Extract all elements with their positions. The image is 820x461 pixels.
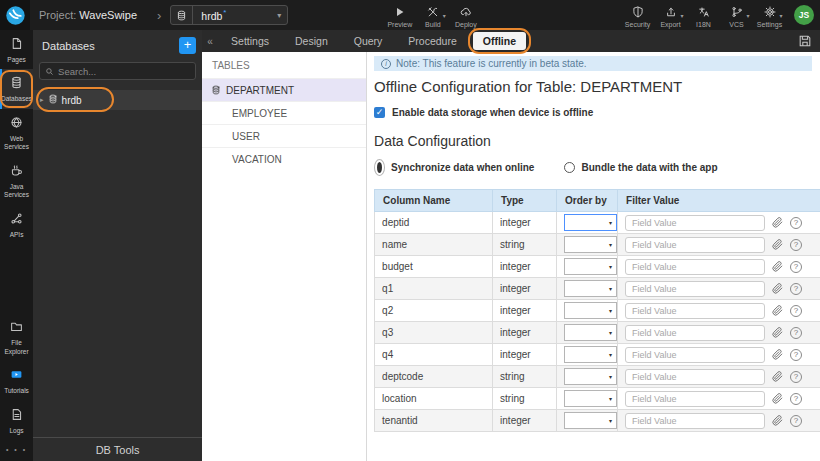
radio-icon	[564, 162, 575, 173]
export-button[interactable]: ▾ Export	[654, 3, 687, 28]
help-icon[interactable]: ?	[790, 261, 802, 273]
bind-field-icon[interactable]	[772, 283, 783, 294]
radio-synchronize-data-when-online[interactable]: Synchronize data when online	[374, 159, 534, 176]
chevron-down-icon: ▾	[443, 12, 446, 19]
add-database-button[interactable]: +	[179, 37, 196, 54]
filter-value-cell: ?	[618, 344, 820, 366]
bind-field-icon[interactable]	[772, 261, 783, 272]
database-selector-dropdown[interactable]: hrdb* ▾	[170, 5, 288, 25]
order-by-select[interactable]: ▾	[564, 302, 617, 319]
page-title: Offline Configuration for Table: DEPARTM…	[374, 78, 812, 95]
bind-field-icon[interactable]	[772, 327, 783, 338]
sidebar-spacer	[0, 244, 33, 313]
filter-value-input[interactable]	[625, 281, 765, 297]
deploy-button[interactable]: Deploy	[449, 3, 482, 28]
column-name-cell: deptid	[375, 212, 493, 234]
sidebar-item-file-explorer[interactable]: File Explorer	[0, 313, 33, 361]
help-icon[interactable]: ?	[790, 239, 802, 251]
sidebar-item-apis[interactable]: APIs	[0, 205, 33, 244]
filter-value-input[interactable]	[625, 325, 765, 341]
enable-offline-storage-checkbox[interactable]: ✓	[374, 107, 385, 118]
help-icon[interactable]: ?	[790, 371, 802, 383]
table-list-item-user[interactable]: USER	[202, 124, 366, 147]
collapse-panel-icon[interactable]: «	[202, 36, 218, 47]
order-by-select[interactable]: ▾	[564, 412, 617, 429]
help-icon[interactable]: ?	[790, 327, 802, 339]
config-header-order-by: Order by	[557, 190, 618, 212]
bind-field-icon[interactable]	[772, 371, 783, 382]
sidebar-item-java-services[interactable]: Java Services	[0, 157, 33, 205]
order-by-select[interactable]: ▾	[564, 214, 617, 231]
filter-value-input[interactable]	[625, 259, 765, 275]
order-by-select[interactable]: ▾	[564, 390, 617, 407]
data-configuration-title: Data Configuration	[374, 133, 812, 149]
filter-value-input[interactable]	[625, 303, 765, 319]
bind-field-icon[interactable]	[772, 305, 783, 316]
sidebar-more-button[interactable]: • • •	[0, 440, 33, 461]
database-tree-item-hrdb[interactable]: ▸ hrdb	[33, 90, 202, 110]
sidebar-item-pages[interactable]: Pages	[0, 30, 33, 69]
sidebar-item-logs[interactable]: Logs	[0, 401, 33, 440]
order-by-select[interactable]: ▾	[564, 236, 617, 253]
order-by-select[interactable]: ▾	[564, 368, 617, 385]
order-by-select[interactable]: ▾	[564, 280, 617, 297]
sidebar: Pages Databases Web Services Java Servic…	[0, 30, 33, 461]
table-list-item-department[interactable]: DEPARTMENT	[202, 78, 366, 101]
bind-field-icon[interactable]	[772, 415, 783, 426]
help-icon[interactable]: ?	[790, 217, 802, 229]
help-icon[interactable]: ?	[790, 283, 802, 295]
tab-design[interactable]: Design	[285, 32, 338, 50]
tab-procedure[interactable]: Procedure	[398, 32, 466, 50]
save-button[interactable]	[798, 34, 812, 48]
sidebar-item-label: Databases	[1, 95, 32, 103]
config-header-column-name: Column Name	[375, 190, 493, 212]
help-icon[interactable]: ?	[790, 393, 802, 405]
export-icon: ▾	[665, 6, 677, 19]
chevron-down-icon: ▾	[609, 373, 612, 380]
vcs-button[interactable]: ▾ VCS	[720, 3, 753, 28]
filter-value-input[interactable]	[625, 237, 765, 253]
i18n-button[interactable]: I18N	[687, 3, 720, 28]
filter-value-input[interactable]	[625, 369, 765, 385]
tab-bar: « Settings Design Query Procedure Offlin…	[202, 30, 820, 52]
tab-settings[interactable]: Settings	[221, 32, 279, 50]
help-icon[interactable]: ?	[790, 415, 802, 427]
filter-value-input[interactable]	[625, 391, 765, 407]
config-table-row: q4 integer ▾ ?	[375, 344, 820, 366]
config-table-row: tenantid integer ▾ ?	[375, 410, 820, 432]
database-search-input[interactable]	[58, 66, 190, 77]
order-by-select[interactable]: ▾	[564, 346, 617, 363]
column-name-cell: q2	[375, 300, 493, 322]
filter-value-input[interactable]	[625, 215, 765, 231]
user-avatar[interactable]: JS	[794, 5, 814, 25]
order-by-select[interactable]: ▾	[564, 324, 617, 341]
tab-query[interactable]: Query	[344, 32, 393, 50]
sidebar-item-databases[interactable]: Databases	[0, 69, 33, 108]
table-list-item-vacation[interactable]: VACATION	[202, 147, 366, 170]
help-icon[interactable]: ?	[790, 349, 802, 361]
order-by-select[interactable]: ▾	[564, 258, 617, 275]
filter-value-input[interactable]	[625, 347, 765, 363]
bind-field-icon[interactable]	[772, 393, 783, 404]
order-by-cell: ▾	[557, 234, 618, 256]
table-list-item-employee[interactable]: EMPLOYEE	[202, 101, 366, 124]
preview-button[interactable]: Preview	[383, 3, 416, 28]
security-button[interactable]: Security	[621, 3, 654, 28]
sidebar-item-tutorials[interactable]: Tutorials	[0, 361, 33, 400]
filter-value-cell: ?	[618, 278, 820, 300]
bind-field-icon[interactable]	[772, 217, 783, 228]
sidebar-item-web-services[interactable]: Web Services	[0, 109, 33, 157]
branch-icon: ▾	[731, 6, 743, 19]
radio-bundle-the-data-with-the-app[interactable]: Bundle the data with the app	[564, 159, 717, 176]
settings-button[interactable]: ▾ Settings	[753, 3, 786, 28]
content-column: « Settings Design Query Procedure Offlin…	[202, 30, 820, 461]
filter-value-cell: ?	[618, 322, 820, 344]
bind-field-icon[interactable]	[772, 349, 783, 360]
filter-value-input[interactable]	[625, 413, 765, 429]
db-tools-button[interactable]: DB Tools	[33, 437, 202, 461]
wavemaker-logo[interactable]	[0, 0, 30, 30]
tab-offline[interactable]: Offline	[473, 32, 526, 50]
help-icon[interactable]: ?	[790, 305, 802, 317]
build-button[interactable]: ▾ Build	[416, 3, 449, 28]
bind-field-icon[interactable]	[772, 239, 783, 250]
